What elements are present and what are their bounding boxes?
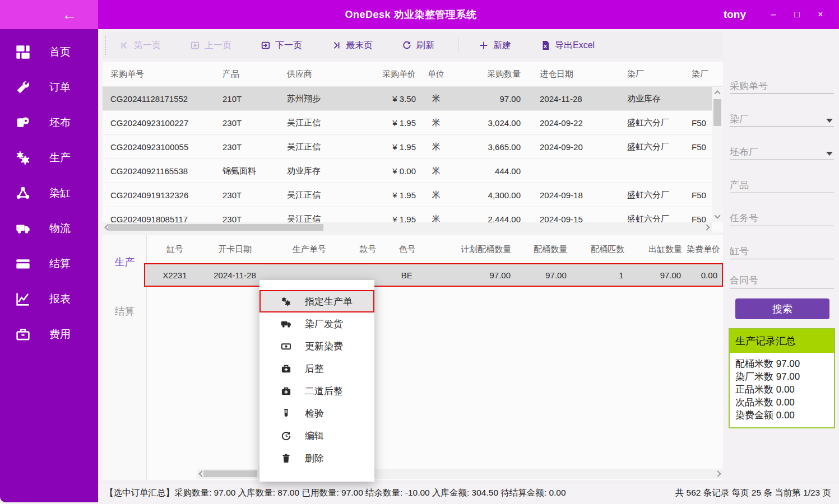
first-aid-kit-icon — [281, 363, 291, 374]
sidebar-item-reports[interactable]: 报表 — [0, 282, 98, 316]
scroll-right-icon[interactable] — [715, 470, 721, 477]
main-area: 第一页 上一页 下一页 最末页 刷新 新建 — [98, 29, 839, 504]
last-page-icon — [331, 40, 341, 50]
first-page-button[interactable]: 第一页 — [114, 36, 166, 55]
fabric-roll-icon — [15, 114, 31, 131]
last-page-button[interactable]: 最末页 — [326, 36, 378, 55]
banknote-icon — [281, 341, 291, 352]
menu-item-assign-production-order[interactable]: 指定生产单 — [259, 290, 374, 312]
horizontal-scrollbar[interactable] — [103, 222, 712, 232]
menu-item-update-dye-fee[interactable]: 更新染费 — [259, 335, 374, 357]
scrollbar-thumb[interactable] — [203, 470, 257, 477]
scroll-right-icon[interactable] — [703, 224, 710, 230]
sidebar-item-label: 费用 — [49, 327, 71, 342]
summary-line: 染厂米数 97.00 — [735, 370, 828, 383]
prev-page-icon — [190, 40, 200, 50]
app-title: OneDesk 劝业染整管理系统 — [98, 8, 724, 21]
selected-order-summary: 【选中订单汇总】采购数量: 97.00 入库数量: 87.00 已用数量: 97… — [105, 487, 566, 499]
search-button[interactable]: 搜索 — [735, 298, 829, 319]
new-button[interactable]: 新建 — [473, 36, 517, 55]
sidebar-item-production[interactable]: 生产 — [0, 141, 98, 175]
vertical-scrollbar[interactable] — [712, 87, 723, 222]
chart-icon — [15, 291, 31, 307]
contract-no-field[interactable] — [729, 263, 835, 292]
sidebar-item-label: 首页 — [49, 45, 71, 59]
purchase-no-input[interactable] — [730, 79, 834, 94]
truck-icon — [281, 319, 291, 329]
sidebar-item-logistics[interactable]: 物流 — [0, 211, 98, 246]
table-row[interactable]: CG20240923100055 230T 吴江正信 ¥ 1.95 米 3,66… — [103, 135, 723, 159]
next-page-button[interactable]: 下一页 — [255, 36, 308, 55]
home-grid-icon — [15, 44, 31, 60]
purchase-table: 采购单号 产品 供应商 采购单价 单位 采购数量 进仓日期 染厂 染厂 CG20… — [103, 62, 723, 232]
scrollbar-thumb[interactable] — [108, 224, 323, 231]
sidebar-item-label: 订单 — [49, 80, 71, 95]
table-row[interactable]: CG20240919132326 230T 吴江正信 ¥ 1.95 米 4,30… — [103, 183, 723, 207]
gears-icon — [281, 296, 291, 307]
refresh-icon — [402, 40, 412, 50]
sidebar-item-label: 物流 — [49, 221, 71, 236]
truck-icon — [15, 220, 31, 237]
scrollbar-thumb[interactable] — [713, 99, 721, 126]
dye-factory-select[interactable] — [729, 97, 835, 130]
scroll-up-icon[interactable] — [714, 90, 720, 96]
menu-item-finishing[interactable]: 后整 — [259, 357, 374, 380]
tab-production[interactable]: 生产 — [103, 255, 147, 269]
sidebar-item-settlement[interactable]: 结算 — [0, 246, 98, 281]
vat-no-field[interactable] — [729, 230, 835, 263]
trash-icon — [281, 453, 291, 464]
production-summary-panel: 生产记录汇总 配桶米数 97.00 染厂米数 97.00 正品米数 0.00 次… — [729, 328, 835, 428]
first-aid-kit-icon — [281, 386, 291, 396]
context-menu: 指定生产单 染厂发货 更新染费 后整 二道后整 检验 — [259, 280, 374, 482]
menu-item-edit[interactable]: 编辑 — [259, 424, 374, 447]
purchase-no-field[interactable] — [729, 64, 835, 97]
greige-factory-input[interactable] — [730, 145, 834, 160]
refresh-button[interactable]: 刷新 — [396, 36, 440, 55]
card-icon — [15, 255, 31, 272]
dye-factory-input[interactable] — [730, 112, 834, 127]
menu-item-dye-factory-ship[interactable]: 染厂发货 — [259, 312, 374, 335]
summary-line: 次品米数 0.00 — [735, 396, 828, 409]
toolbar-grip[interactable] — [105, 36, 106, 55]
table-row[interactable]: CG20241128171552 210T 苏州翔步 ¥ 3.50 米 97.0… — [103, 87, 723, 111]
pagination-info: 共 562 条记录 每页 25 条 当前第 1/23 页 — [675, 487, 831, 499]
export-excel-button[interactable]: 导出Excel — [535, 36, 600, 55]
menu-item-second-finishing[interactable]: 二道后整 — [259, 380, 374, 402]
scroll-down-icon[interactable] — [714, 212, 720, 218]
back-button[interactable]: ← — [0, 0, 98, 29]
task-no-field[interactable] — [729, 197, 835, 230]
close-button[interactable]: × — [809, 0, 832, 29]
toolbar: 第一页 上一页 下一页 最末页 刷新 新建 — [103, 32, 723, 58]
sidebar-item-expenses[interactable]: 费用 — [0, 317, 98, 352]
back-arrow-icon: ← — [62, 7, 77, 22]
tab-settlement[interactable]: 结算 — [103, 305, 147, 318]
toolbar-separator — [458, 38, 458, 53]
summary-line: 正品米数 0.00 — [735, 383, 828, 396]
production-row-selected[interactable]: X2231 2024-11-28 BE 97.00 97.00 1 97.00 … — [144, 263, 723, 287]
contract-no-input[interactable] — [730, 273, 834, 288]
menu-item-inspection[interactable]: 检验 — [259, 402, 374, 424]
purchase-table-header: 采购单号 产品 供应商 采购单价 单位 采购数量 进仓日期 染厂 染厂 — [103, 62, 723, 87]
table-row[interactable]: CG20240923100227 230T 吴江正信 ¥ 1.95 米 3,02… — [103, 111, 723, 135]
window-controls: tony – □ × — [724, 0, 838, 29]
task-no-input[interactable] — [730, 211, 834, 226]
product-field[interactable] — [729, 164, 835, 197]
menu-item-delete[interactable]: 删除 — [259, 447, 374, 469]
prev-page-button[interactable]: 上一页 — [184, 36, 237, 55]
sidebar-item-home[interactable]: 首页 — [0, 35, 98, 69]
sidebar-item-label: 生产 — [49, 151, 71, 165]
product-input[interactable] — [730, 178, 834, 193]
vat-no-input[interactable] — [730, 244, 834, 259]
greige-factory-select[interactable] — [729, 130, 835, 164]
production-table: 缸号 开卡日期 生产单号 款号 色号 计划配桶数量 配桶数量 配桶匹数 出缸数量… — [147, 235, 723, 480]
sidebar-item-orders[interactable]: 订单 — [0, 70, 98, 105]
minimize-button[interactable]: – — [762, 0, 785, 29]
summary-title: 生产记录汇总 — [730, 329, 834, 353]
sidebar-item-label: 染缸 — [49, 186, 71, 200]
summary-line: 染费金额 0.00 — [735, 409, 828, 422]
sidebar-item-dye-vat[interactable]: 染缸 — [0, 176, 98, 211]
maximize-button[interactable]: □ — [785, 0, 809, 29]
sidebar-item-label: 报表 — [49, 292, 71, 306]
sidebar-item-greige[interactable]: 坯布 — [0, 105, 98, 140]
table-row[interactable]: CG20240921165538 锦氨面料 劝业库存 ¥ 0.00 米 444.… — [103, 159, 723, 183]
